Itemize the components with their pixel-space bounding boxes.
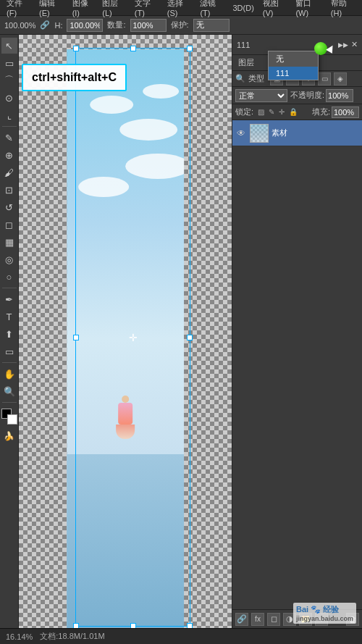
separator-3 <box>2 362 17 363</box>
water-area <box>67 454 184 628</box>
lock-transparency-icon[interactable]: ▨ <box>258 108 264 116</box>
opacity-control: 不透明度: <box>290 89 353 102</box>
menu-image[interactable]: 图像(I) <box>69 0 98 19</box>
menu-window[interactable]: 窗口(W) <box>292 0 325 19</box>
tool-crop[interactable]: ⌞ <box>1 107 17 123</box>
background-color[interactable] <box>7 414 17 425</box>
toolbar: ↖ ▭ ⌒ ⊙ ⌞ ✎ ⊕ 🖌 ⊡ ↺ ◻ ▦ ◎ ○ ✒ T ⬆ ▭ ✋ 🔍 … <box>0 35 19 628</box>
count-label: 数量: <box>107 20 125 30</box>
search-icon: 🔍 <box>235 74 245 83</box>
count-input[interactable] <box>130 19 167 32</box>
tool-dodge[interactable]: ○ <box>1 269 17 285</box>
tool-heal[interactable]: ⊕ <box>1 147 17 163</box>
fill-control: 填充: <box>312 106 359 118</box>
tool-path-select[interactable]: ⬆ <box>1 326 17 342</box>
tool-lasso[interactable]: ⌒ <box>1 72 17 88</box>
lock-label: 锁定: <box>235 106 253 117</box>
lock-pixel-icon[interactable]: ✎ <box>269 108 274 116</box>
h-label: H: <box>54 21 62 30</box>
menu-view[interactable]: 视图(V) <box>259 0 291 19</box>
tool-eraser[interactable]: ◻ <box>1 217 17 233</box>
menu-edit[interactable]: 编辑(E) <box>35 0 67 19</box>
shortcut-text: ctrl+shift+alt+C <box>32 71 117 83</box>
dropdown-option-none[interactable]: 无 <box>269 51 318 67</box>
blend-opacity-row: 正常 不透明度: <box>232 87 362 104</box>
filter-smart[interactable]: ◈ <box>334 72 347 85</box>
menu-file[interactable]: 文件(F) <box>3 0 34 19</box>
layer-name-label: 素材 <box>272 127 287 138</box>
fill-input[interactable] <box>332 106 359 118</box>
tool-eyedropper[interactable]: ✎ <box>1 130 17 146</box>
menu-select[interactable]: 选择(S) <box>164 0 195 19</box>
tool-text[interactable]: T <box>1 309 17 325</box>
add-mask-btn[interactable]: ◻ <box>267 613 280 626</box>
zoom-level: 16.14% <box>6 632 33 641</box>
photo-container <box>67 49 184 628</box>
figure <box>115 396 135 443</box>
menu-text[interactable]: 文字(T) <box>131 0 162 19</box>
opacity-label: 不透明度: <box>290 90 324 101</box>
layers-title: 图层 <box>238 57 254 68</box>
tool-blur[interactable]: ◎ <box>1 251 17 267</box>
lock-all-icon[interactable]: 🔒 <box>289 108 298 116</box>
menu-filter[interactable]: 滤镜(T) <box>196 0 227 19</box>
zoom-display: 100.00% <box>4 21 35 30</box>
panel-expand-icon: ▶▶ <box>338 41 348 49</box>
blend-dropdown-popup[interactable]: 无 111 <box>268 51 319 80</box>
protect-label: 保护: <box>171 20 189 30</box>
separator-1 <box>2 126 17 127</box>
panel-close-icon[interactable]: ✕ <box>351 40 358 49</box>
main-layout: ↖ ▭ ⌒ ⊙ ⌞ ✎ ⊕ 🖌 ⊡ ↺ ◻ ▦ ◎ ○ ✒ T ⬆ ▭ ✋ 🔍 … <box>0 35 362 628</box>
tool-move[interactable]: ↖ <box>1 38 17 54</box>
layer-type-label: 类型 <box>248 73 264 84</box>
tool-rect-select[interactable]: ▭ <box>1 55 17 71</box>
tool-clone[interactable]: ⊡ <box>1 182 17 198</box>
status-bar: 16.14% 文档:18.8M/1.01M <box>0 628 362 644</box>
right-panel: 111 ▶▶ ✕ 图层 🔍 类型 ▣ ≈ T ▭ ◈ 正常 不透明度: <box>232 35 362 628</box>
dropdown-option-111[interactable]: 111 <box>269 67 318 80</box>
baidu-text: Bai 🐾 经验 <box>296 604 353 615</box>
shortcut-overlay: ctrl+shift+alt+C <box>22 64 127 91</box>
layer-thumb-preview <box>251 125 268 142</box>
banana-icon: 🍌 <box>2 429 17 443</box>
tool-brush[interactable]: 🖌 <box>1 164 17 180</box>
blend-mode-select[interactable]: 正常 <box>235 89 287 102</box>
menu-3d[interactable]: 3D(D) <box>229 2 257 14</box>
baidu-watermark: Bai 🐾 经验 jingyan.baidu.com <box>293 603 356 624</box>
tool-shape[interactable]: ▭ <box>1 343 17 359</box>
tool-hand[interactable]: ✋ <box>1 366 17 382</box>
tool-gradient[interactable]: ▦ <box>1 234 17 250</box>
protect-indicator-circle <box>314 42 327 55</box>
protect-input[interactable] <box>193 19 230 32</box>
filter-shape[interactable]: ▭ <box>318 72 331 85</box>
lock-row: 锁定: ▨ ✎ ✛ 🔒 填充: <box>232 104 362 120</box>
lock-move-icon[interactable]: ✛ <box>279 108 285 116</box>
tool-history-brush[interactable]: ↺ <box>1 199 17 215</box>
menu-bar: 文件(F) 编辑(E) 图像(I) 图层(L) 文字(T) 选择(S) 滤镜(T… <box>0 0 362 16</box>
fg-bg-colors[interactable] <box>1 409 17 425</box>
link-icon: 🔗 <box>40 20 50 30</box>
separator-2 <box>2 288 17 288</box>
baidu-url: jingyan.baidu.com <box>296 615 353 622</box>
layer-visibility-icon[interactable]: 👁 <box>235 127 247 139</box>
layers-empty-space <box>232 146 362 609</box>
tool-quick-select[interactable]: ⊙ <box>1 90 17 106</box>
tool-zoom[interactable]: 🔍 <box>1 383 17 399</box>
layer-thumbnail <box>250 124 269 143</box>
photo-background <box>67 49 184 628</box>
fill-label: 填充: <box>312 106 330 117</box>
separator-4 <box>2 402 17 403</box>
doc-size: 文档:18.8M/1.01M <box>40 631 104 642</box>
opacity-input[interactable] <box>326 89 353 102</box>
h-input[interactable] <box>67 19 103 32</box>
tool-pen[interactable]: ✒ <box>1 291 17 307</box>
link-layers-btn[interactable]: 🔗 <box>235 613 248 626</box>
layer-item[interactable]: 👁 素材 <box>232 120 362 146</box>
layer-number-label: 111 <box>237 41 250 49</box>
menu-layer[interactable]: 图层(L) <box>98 0 129 19</box>
menu-help[interactable]: 帮助(H) <box>327 0 359 19</box>
fx-btn[interactable]: fx <box>251 613 264 626</box>
canvas-area[interactable]: ✛ ctrl+shift+alt+C <box>19 35 232 628</box>
